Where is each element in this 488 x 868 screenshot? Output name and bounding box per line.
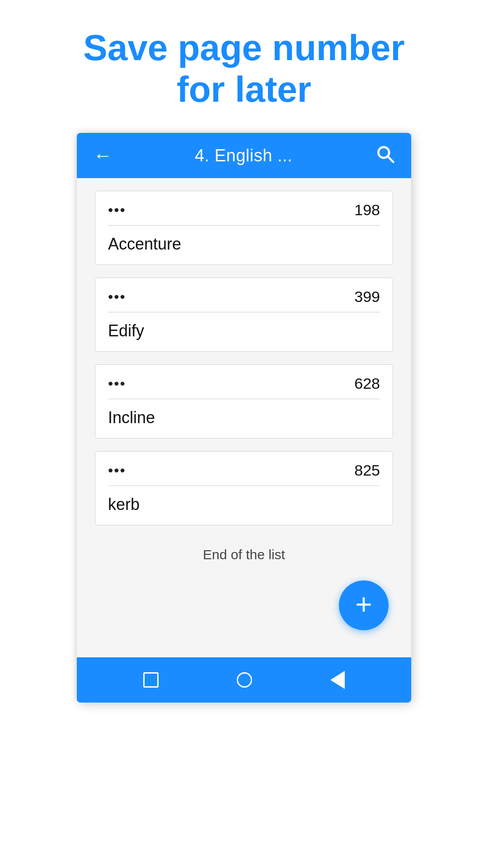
- book-card-name[interactable]: Incline: [95, 399, 393, 438]
- book-card-top: ••• 198: [95, 191, 393, 225]
- svg-line-1: [388, 156, 393, 162]
- book-card-page: 825: [354, 462, 380, 479]
- nav-square-button[interactable]: [143, 672, 159, 688]
- book-card-name[interactable]: Accenture: [95, 226, 393, 264]
- nav-home-button[interactable]: [237, 672, 252, 688]
- book-card-menu[interactable]: •••: [108, 288, 126, 305]
- book-card-name[interactable]: Edify: [95, 312, 393, 351]
- triangle-icon: [330, 671, 345, 689]
- book-card-top: ••• 628: [95, 365, 393, 399]
- book-card-page: 399: [354, 288, 380, 306]
- book-card: ••• 825 kerb: [95, 451, 393, 525]
- app-bar: ← 4. English ...: [77, 133, 411, 178]
- app-bar-title: 4. English ...: [195, 146, 292, 165]
- book-card-menu[interactable]: •••: [108, 462, 126, 479]
- page-title: Save page number for later: [0, 0, 488, 133]
- back-button[interactable]: ←: [93, 145, 112, 166]
- book-list: ••• 198 Accenture ••• 399 Edify ••• 628 …: [95, 191, 393, 525]
- book-card: ••• 198 Accenture: [95, 191, 393, 265]
- add-icon: +: [355, 590, 372, 619]
- circle-icon: [237, 672, 252, 688]
- book-card: ••• 628 Incline: [95, 364, 393, 439]
- search-icon: [375, 144, 395, 164]
- book-card-page: 628: [354, 375, 380, 392]
- book-card-top: ••• 399: [95, 278, 393, 312]
- nav-back-button[interactable]: [330, 671, 345, 689]
- book-card-top: ••• 825: [95, 452, 393, 486]
- add-button[interactable]: +: [339, 580, 389, 630]
- book-card: ••• 399 Edify: [95, 278, 393, 352]
- nav-bar: [77, 657, 411, 703]
- search-button[interactable]: [375, 144, 395, 168]
- book-card-menu[interactable]: •••: [108, 375, 126, 392]
- book-card-page: 198: [354, 201, 380, 219]
- content-area: ••• 198 Accenture ••• 399 Edify ••• 628 …: [77, 178, 411, 657]
- book-card-name[interactable]: kerb: [95, 486, 393, 525]
- square-icon: [143, 672, 159, 688]
- book-card-menu[interactable]: •••: [108, 202, 126, 218]
- phone-mockup: ← 4. English ... ••• 198 Accenture ••• 3…: [77, 133, 411, 703]
